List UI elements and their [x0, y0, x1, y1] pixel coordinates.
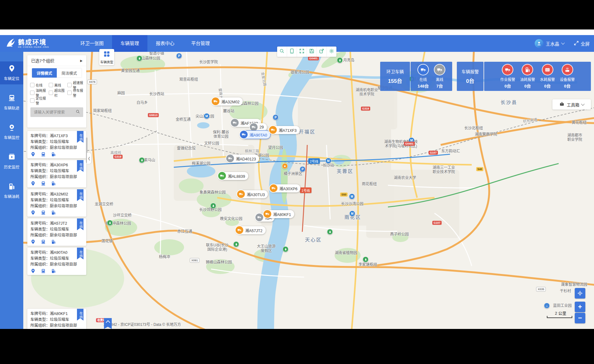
- track-vehicle-icon[interactable]: [41, 181, 46, 187]
- vehicle-marker-湘A32M02[interactable]: 湘A32M02: [212, 97, 243, 106]
- camera-icon: [8, 124, 16, 133]
- online-offline-card[interactable]: 在线 148台 离线 7台: [411, 62, 452, 91]
- marker-plate: 湘AD40123: [236, 156, 256, 162]
- locate-button[interactable]: [575, 288, 585, 299]
- track-vehicle-icon[interactable]: [41, 268, 46, 275]
- zoom-out-button[interactable]: −: [575, 313, 585, 323]
- locate-vehicle-icon[interactable]: [30, 268, 36, 275]
- card-type: 车辆类型：垃圾压缩车: [30, 317, 83, 323]
- fuel-record-icon[interactable]: [51, 181, 56, 187]
- fleet-total-label: 环卫车辆: [386, 68, 404, 74]
- vehicle-type-button[interactable]: 车辆类型: [99, 49, 114, 65]
- locate-vehicle-icon[interactable]: [30, 152, 36, 158]
- truck-icon: [269, 184, 278, 193]
- vehicle-card-湘A71XF3[interactable]: 车牌号码：湘A71XF3车辆类型：垃圾压缩车所属组织：厨余垃圾项目部在线: [27, 131, 86, 158]
- search-input[interactable]: [33, 110, 74, 115]
- export-button[interactable]: [317, 47, 327, 57]
- fuel-record-icon[interactable]: [51, 268, 56, 275]
- filter-label: 停车报警: [73, 88, 86, 98]
- fullscreen-fit-button[interactable]: [297, 47, 307, 57]
- zoom-search-button[interactable]: [277, 47, 287, 57]
- save-button[interactable]: [307, 47, 317, 57]
- expand-arrow-icon[interactable]: ▶: [80, 59, 83, 62]
- user-name[interactable]: 王水晶: [546, 40, 560, 47]
- fuel-record-icon[interactable]: [51, 239, 56, 246]
- filter-checkbox-5[interactable]: 停车报警: [67, 89, 86, 97]
- vehicle-marker-湘AD40123[interactable]: 湘AD40123: [227, 155, 259, 163]
- locate-vehicle-icon[interactable]: [30, 239, 36, 246]
- fleet-total-card[interactable]: 环卫车辆 155台: [380, 62, 410, 91]
- m-poi-icon: M: [326, 158, 331, 164]
- tree-poi-icon: [233, 241, 239, 247]
- locate-vehicle-icon[interactable]: [30, 181, 36, 187]
- vehicle-marker-湘A71XF3[interactable]: 湘A71XF3: [269, 126, 300, 134]
- track-vehicle-icon[interactable]: [41, 152, 46, 158]
- save-icon: [309, 48, 315, 55]
- map-toolbar: [277, 47, 336, 57]
- nav-tab-1[interactable]: 车辆管理: [112, 35, 147, 52]
- tree-poi-icon: [137, 56, 142, 61]
- checkbox-icon: [30, 91, 34, 95]
- alarm-value: 0台: [524, 83, 531, 89]
- marker-plate: 湘A57JT2: [245, 227, 263, 233]
- vehicle-card-湘A90TA0[interactable]: 车牌号码：湘A90TA0车辆类型：垃圾压缩车所属组织：厨余垃圾项目部在线: [27, 248, 86, 275]
- track-vehicle-icon[interactable]: [41, 239, 46, 246]
- alarm-stat-2: 水耗报警0台: [540, 64, 555, 89]
- fuel-record-icon[interactable]: [51, 152, 56, 158]
- fullscreen-button[interactable]: 全屏: [574, 40, 590, 47]
- vehicle-marker-湘A90TA0[interactable]: 湘A90TA0: [240, 130, 271, 139]
- offline-value: 7台: [436, 83, 443, 89]
- vehicle-card-湘A30XP6[interactable]: 车牌号码：湘A30XP6车辆类型：垃圾压缩车所属组织：厨余垃圾项目部在线: [27, 160, 86, 187]
- checkbox-icon: [49, 83, 53, 87]
- filter-checkbox-4[interactable]: 超出围栏: [49, 89, 67, 97]
- vehicle-marker-湘AL8839[interactable]: 湘AL8839: [218, 172, 248, 180]
- locate-vehicle-icon[interactable]: [30, 210, 36, 217]
- zoom-in-button[interactable]: +: [575, 302, 585, 312]
- sidebar-item-3[interactable]: 历史监控: [0, 150, 23, 173]
- filter-checkboxes: 在线离线超速报警油耗报警超出围栏停车报警定位报警: [27, 78, 86, 104]
- card-plate: 车牌号码：湘A32M02: [30, 191, 83, 197]
- export-icon: [319, 48, 325, 55]
- card-org: 所属组织：厨余垃圾项目部: [30, 174, 83, 180]
- chevron-down-icon[interactable]: [561, 41, 565, 44]
- settings-button[interactable]: [327, 47, 336, 57]
- alarm-label: 水耗报警: [540, 77, 555, 82]
- track-vehicle-icon[interactable]: [41, 210, 46, 217]
- vehicle-card-湘A57JT2[interactable]: 车牌号码：湘A57JT2车辆类型：垃圾压缩车所属组织：厨余垃圾项目部在线: [27, 218, 86, 246]
- vehicle-marker-湘A30XP6[interactable]: 湘A30XP6: [270, 184, 300, 192]
- panel-collapse-handle[interactable]: ❮: [87, 153, 91, 164]
- alarm-label: 作业报警: [500, 77, 515, 82]
- tab-mode-0[interactable]: 详情模式: [32, 68, 57, 78]
- nav-tab-2[interactable]: 报表中心: [147, 35, 183, 52]
- fuel-record-icon[interactable]: [51, 210, 56, 217]
- filter-checkbox-6[interactable]: 定位报警: [30, 97, 49, 104]
- card-plate: 车牌号码：湘A80KF1: [30, 311, 83, 317]
- card-org: 所属组织：厨余垃圾项目部: [30, 262, 83, 267]
- marker-plate: 湘A90TA0: [250, 132, 267, 138]
- vehicle-alarm-label: 车辆报警: [461, 68, 479, 74]
- alarm-counters-card[interactable]: 作业报警0台油耗报警0台水耗报警0台设备报警0台: [484, 62, 591, 91]
- tab-mode-1[interactable]: 简洁模式: [57, 68, 82, 78]
- org-selector[interactable]: 已选7个组织 ▶: [27, 55, 86, 66]
- vehicle-alarm-card[interactable]: 车辆报警 0台: [457, 62, 484, 91]
- sidebar-item-4[interactable]: 车辆油耗: [0, 179, 23, 202]
- vehicle-card-湘A80KF1[interactable]: 车牌号码：湘A80KF1车辆类型：垃圾压缩车所属组织：厨余垃圾项目部在线: [27, 309, 86, 329]
- sidebar-item-0[interactable]: 车辆定位: [0, 61, 23, 84]
- sidebar-item-2[interactable]: 车辆监控: [0, 120, 23, 143]
- sidebar-item-1[interactable]: 车辆轨迹: [0, 91, 23, 114]
- card-org: 所属组织：厨余垃圾项目部: [30, 145, 83, 151]
- nav-tab-3[interactable]: 平台管理: [183, 35, 218, 52]
- vehicle-marker-湘A80KF1[interactable]: 湘A80KF1: [264, 210, 294, 218]
- toolbox-dropdown[interactable]: 工具箱: [552, 99, 591, 110]
- measure-button[interactable]: [287, 47, 297, 57]
- vehicle-marker-湘A57JT2[interactable]: 湘A57JT2: [236, 226, 266, 234]
- vehicle-card-湘A32M02[interactable]: 车牌号码：湘A32M02车辆类型：垃圾压缩车所属组织：厨余垃圾项目部在线: [27, 189, 86, 217]
- metro-line-badge: 1号线: [300, 187, 312, 193]
- truck-icon: [268, 125, 277, 134]
- user-avatar[interactable]: [535, 39, 543, 48]
- vehicle-marker-湘A30TU3[interactable]: 湘A30TU3: [237, 190, 268, 198]
- search-icon[interactable]: [75, 109, 80, 115]
- card-plate: 车牌号码：湘A90TA0: [30, 250, 83, 256]
- metro-line-badge: 2号线: [308, 158, 320, 164]
- truck-icon: [230, 118, 239, 127]
